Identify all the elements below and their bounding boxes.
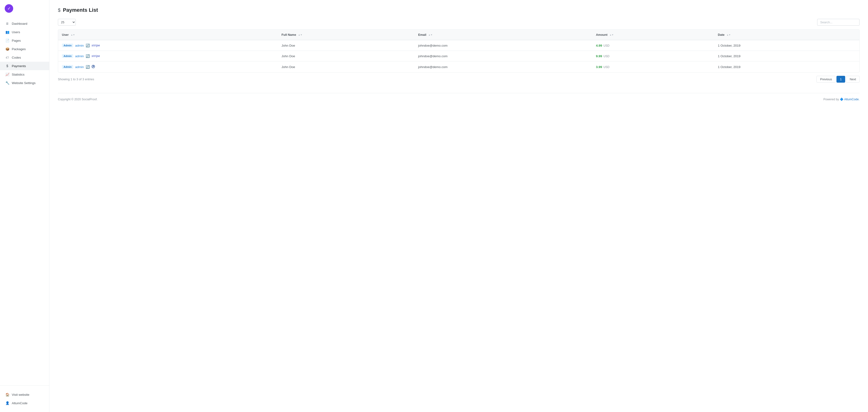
- sidebar-item-codes[interactable]: 🏷 Codes: [0, 53, 49, 62]
- table-row: Admin admin 🔄 stripe John Doe johndoe@de…: [58, 40, 859, 51]
- sidebar-label-pages: Pages: [12, 39, 21, 42]
- search-input[interactable]: [817, 19, 860, 26]
- email-cell-0: johndoe@demo.com: [414, 40, 592, 51]
- sort-email-icon[interactable]: ▲▼: [428, 34, 433, 36]
- refresh-icon-1[interactable]: 🔄: [86, 54, 90, 58]
- sidebar-label-users: Users: [12, 30, 20, 34]
- sidebar-divider: [0, 385, 49, 386]
- powered-logo-icon: 🔷: [840, 98, 843, 101]
- sidebar-label-dashboard: Dashboard: [12, 22, 27, 25]
- user-cell-2: Admin admin 🔄 Ⓟ: [58, 61, 278, 72]
- sort-amount-icon[interactable]: ▲▼: [610, 34, 614, 36]
- page-title-area: $ Payments List: [58, 7, 860, 13]
- per-page-select[interactable]: 102550100: [58, 19, 76, 26]
- paypal-icon: Ⓟ: [92, 65, 95, 69]
- sidebar-item-statistics[interactable]: 📈 Statistics: [0, 70, 49, 79]
- next-button[interactable]: Next: [846, 76, 860, 83]
- sidebar-item-packages[interactable]: 📦 Packages: [0, 45, 49, 53]
- sidebar-label-codes: Codes: [12, 56, 21, 59]
- pagination: Previous 1 Next: [816, 76, 860, 83]
- payments-icon: $: [5, 64, 9, 68]
- sidebar-label-packages: Packages: [12, 47, 26, 51]
- previous-button[interactable]: Previous: [816, 76, 836, 83]
- table-row: Admin admin 🔄 Ⓟ John Doe johndoe@demo.co…: [58, 61, 859, 72]
- refresh-icon-2[interactable]: 🔄: [86, 65, 90, 69]
- sidebar-label-statistics: Statistics: [12, 73, 25, 76]
- currency-0: USD: [603, 44, 609, 47]
- fullname-cell-0: John Doe: [278, 40, 414, 51]
- altumcode-link[interactable]: AltumCode.: [844, 98, 860, 101]
- table-header: User ▲▼ Full Name ▲▼ Email ▲▼ Amount ▲▼: [58, 30, 859, 40]
- users-icon: 👥: [5, 30, 9, 34]
- sidebar-logo: ✓: [0, 0, 49, 17]
- sort-fullname-icon[interactable]: ▲▼: [298, 34, 303, 36]
- sidebar-item-website-settings[interactable]: 🔧 Website Settings: [0, 79, 49, 87]
- sidebar-item-visit-website[interactable]: 🏠 Visit website: [0, 390, 49, 399]
- main-content: $ Payments List 102550100 User ▲▼ Full N…: [50, 0, 868, 412]
- visit-website-icon: 🏠: [5, 393, 9, 396]
- page-footer: Copyright © 2020 SocialProof. Powered by…: [58, 93, 860, 101]
- page-1-button[interactable]: 1: [836, 76, 845, 83]
- user-link-2[interactable]: admin: [75, 65, 84, 69]
- col-user: User ▲▼: [58, 30, 278, 40]
- admin-badge-1: Admin: [62, 54, 73, 58]
- sidebar-item-payments[interactable]: $ Payments: [0, 62, 49, 70]
- sidebar-item-altumcode[interactable]: 👤 AltumCode: [0, 399, 49, 407]
- logo-icon: ✓: [5, 4, 13, 13]
- website-settings-icon: 🔧: [5, 81, 9, 85]
- dashboard-icon: 🖥: [5, 22, 9, 25]
- col-date: Date ▲▼: [714, 30, 859, 40]
- col-email: Email ▲▼: [414, 30, 592, 40]
- user-cell-1: Admin admin 🔄 stripe: [58, 51, 278, 61]
- statistics-icon: 📈: [5, 72, 9, 76]
- fullname-cell-1: John Doe: [278, 51, 414, 61]
- admin-badge-2: Admin: [62, 65, 73, 69]
- amount-cell-2: 3.99 USD: [592, 61, 714, 72]
- col-full-name: Full Name ▲▼: [278, 30, 414, 40]
- admin-badge-0: Admin: [62, 43, 73, 47]
- currency-2: USD: [603, 65, 609, 69]
- copyright: Copyright © 2020 SocialProof.: [58, 98, 97, 101]
- logo-check: ✓: [7, 6, 11, 11]
- date-cell-1: 1 October, 2019: [714, 51, 859, 61]
- powered-by: Powered by 🔷 AltumCode.: [823, 97, 860, 101]
- sidebar-label-altumcode: AltumCode: [12, 402, 28, 405]
- user-link-0[interactable]: admin: [75, 44, 84, 47]
- table-row: Admin admin 🔄 stripe John Doe johndoe@de…: [58, 51, 859, 61]
- sort-date-icon[interactable]: ▲▼: [726, 34, 731, 36]
- sidebar-item-users[interactable]: 👥 Users: [0, 28, 49, 36]
- sort-user-icon[interactable]: ▲▼: [71, 34, 75, 36]
- refresh-icon-0[interactable]: 🔄: [86, 43, 90, 47]
- page-title: Payments List: [63, 7, 98, 13]
- col-amount: Amount ▲▼: [592, 30, 714, 40]
- sidebar-bottom: 🏠 Visit website👤 AltumCode: [0, 388, 49, 412]
- altumcode-icon: 👤: [5, 401, 9, 405]
- sidebar-label-website-settings: Website Settings: [12, 81, 35, 85]
- sidebar-label-visit-website: Visit website: [12, 393, 29, 396]
- packages-icon: 📦: [5, 47, 9, 51]
- amount-value-1: 9.99: [596, 54, 602, 58]
- amount-cell-0: 4.99 USD: [592, 40, 714, 51]
- amount-value-0: 4.99: [596, 44, 602, 47]
- showing-entries: Showing 1 to 3 of 3 entries: [58, 78, 94, 81]
- fullname-cell-2: John Doe: [278, 61, 414, 72]
- user-link-1[interactable]: admin: [75, 54, 84, 58]
- table-controls: 102550100: [58, 19, 860, 26]
- email-cell-2: johndoe@demo.com: [414, 61, 592, 72]
- currency-1: USD: [603, 55, 609, 58]
- codes-icon: 🏷: [5, 56, 9, 59]
- payments-table: User ▲▼ Full Name ▲▼ Email ▲▼ Amount ▲▼: [58, 30, 859, 72]
- sidebar-nav: 🖥 Dashboard👥 Users📄 Pages📦 Packages🏷 Cod…: [0, 17, 49, 383]
- pages-icon: 📄: [5, 39, 9, 42]
- email-cell-1: johndoe@demo.com: [414, 51, 592, 61]
- table-footer: Showing 1 to 3 of 3 entries Previous 1 N…: [58, 72, 860, 86]
- amount-cell-1: 9.99 USD: [592, 51, 714, 61]
- sidebar-label-payments: Payments: [12, 64, 26, 68]
- stripe-icon: stripe: [92, 54, 100, 58]
- date-cell-0: 1 October, 2019: [714, 40, 859, 51]
- user-cell-0: Admin admin 🔄 stripe: [58, 40, 278, 51]
- payments-dollar-icon: $: [58, 7, 61, 13]
- sidebar-item-pages[interactable]: 📄 Pages: [0, 36, 49, 45]
- amount-value-2: 3.99: [596, 65, 602, 69]
- sidebar-item-dashboard[interactable]: 🖥 Dashboard: [0, 19, 49, 28]
